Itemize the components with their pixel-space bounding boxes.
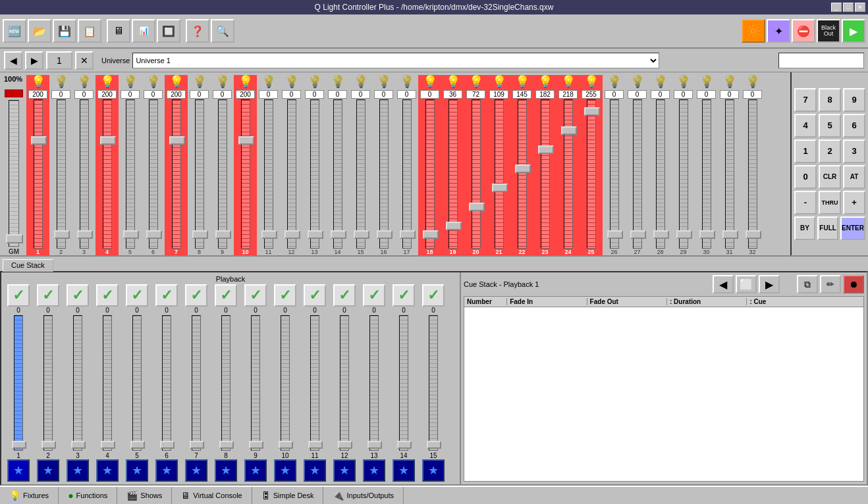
ch-fader-9[interactable] bbox=[215, 230, 231, 239]
num-8-btn[interactable]: 8 bbox=[819, 88, 841, 112]
pb-check-1[interactable]: ✓ bbox=[7, 284, 30, 307]
tab-inputs-outputs[interactable]: 🔌 Inputs/Outputs bbox=[323, 487, 404, 504]
pb-star-8[interactable]: ★ bbox=[215, 459, 237, 482]
by-btn[interactable]: BY bbox=[794, 216, 815, 240]
pb-star-7[interactable]: ★ bbox=[185, 459, 207, 482]
pb-check-3[interactable]: ✓ bbox=[67, 284, 89, 307]
cue-stop-btn[interactable]: ⬜ bbox=[736, 275, 757, 293]
num-3-btn[interactable]: 3 bbox=[843, 139, 865, 163]
ch-fader-32[interactable] bbox=[746, 230, 761, 239]
pb-check-15[interactable]: ✓ bbox=[422, 284, 445, 307]
cue-play-btn[interactable]: ▶ bbox=[759, 275, 780, 293]
gm-fader[interactable] bbox=[6, 234, 23, 243]
minimize-btn[interactable]: _ bbox=[831, 3, 842, 12]
search-input[interactable] bbox=[778, 53, 864, 68]
pb-fader-1[interactable] bbox=[12, 441, 26, 449]
clr-btn[interactable]: CLR bbox=[819, 165, 841, 189]
maximize-btn[interactable]: □ bbox=[843, 3, 854, 12]
pb-star-13[interactable]: ★ bbox=[363, 459, 385, 482]
ch-fader-24[interactable] bbox=[561, 126, 577, 135]
ch-fader-28[interactable] bbox=[653, 230, 669, 239]
forward-btn[interactable]: ▶ bbox=[25, 51, 43, 70]
ch-fader-3[interactable] bbox=[77, 230, 93, 239]
pb-star-4[interactable]: ★ bbox=[96, 459, 119, 482]
back-btn[interactable]: ◀ bbox=[4, 51, 22, 70]
full-btn[interactable]: FULL bbox=[817, 216, 838, 240]
ch-fader-18[interactable] bbox=[423, 230, 439, 239]
play-btn[interactable]: ▶ bbox=[842, 19, 865, 43]
pb-fader-11[interactable] bbox=[308, 441, 323, 449]
ch-fader-2[interactable] bbox=[54, 230, 70, 239]
ch-fader-11[interactable] bbox=[261, 230, 277, 239]
ch-fader-23[interactable] bbox=[538, 145, 554, 154]
function-manager-btn[interactable]: ✦ bbox=[767, 19, 790, 43]
pb-fader-7[interactable] bbox=[190, 441, 204, 449]
pb-fader-5[interactable] bbox=[130, 441, 145, 449]
pb-check-4[interactable]: ✓ bbox=[96, 284, 119, 307]
ch-fader-16[interactable] bbox=[377, 230, 393, 239]
pb-check-8[interactable]: ✓ bbox=[215, 284, 237, 307]
pb-star-9[interactable]: ★ bbox=[244, 459, 267, 482]
num-2-btn[interactable]: 2 bbox=[819, 139, 841, 163]
pb-fader-9[interactable] bbox=[249, 441, 263, 449]
pb-fader-10[interactable] bbox=[279, 441, 293, 449]
close-nav-btn[interactable]: ✕ bbox=[75, 51, 94, 70]
ch-fader-20[interactable] bbox=[469, 203, 485, 211]
tab-shows[interactable]: 🎬 Shows bbox=[117, 487, 172, 504]
pb-check-12[interactable]: ✓ bbox=[333, 284, 356, 307]
plugins-btn[interactable]: 🔍 bbox=[211, 19, 234, 43]
pb-fader-13[interactable] bbox=[367, 441, 382, 449]
cue-edit-btn[interactable]: ✏ bbox=[820, 275, 841, 293]
pb-check-5[interactable]: ✓ bbox=[126, 284, 148, 307]
ch-fader-26[interactable] bbox=[607, 230, 623, 239]
tab-fixtures[interactable]: 💡 Fixtures bbox=[0, 487, 59, 504]
pb-fader-8[interactable] bbox=[219, 441, 234, 449]
pb-check-6[interactable]: ✓ bbox=[155, 284, 178, 307]
ch-fader-12[interactable] bbox=[285, 230, 300, 239]
stop-btn[interactable]: ⛔ bbox=[792, 19, 815, 43]
help-btn[interactable]: ❓ bbox=[186, 19, 209, 43]
ch-fader-25[interactable] bbox=[584, 107, 600, 116]
ch-fader-17[interactable] bbox=[400, 230, 416, 239]
tab-simple-desk[interactable]: 🎛 Simple Desk bbox=[252, 487, 324, 504]
num-9-btn[interactable]: 9 bbox=[843, 88, 865, 112]
dmx-dump-btn[interactable]: 📊 bbox=[132, 19, 155, 43]
pb-star-6[interactable]: ★ bbox=[155, 459, 178, 482]
pb-fader-6[interactable] bbox=[160, 441, 175, 449]
cue-stack-tab[interactable]: Cue Stack bbox=[3, 259, 53, 272]
pb-check-9[interactable]: ✓ bbox=[244, 284, 267, 307]
pb-star-1[interactable]: ★ bbox=[7, 459, 30, 482]
ch-fader-7[interactable] bbox=[169, 136, 185, 145]
universe-select[interactable]: Universe 1 bbox=[132, 53, 659, 68]
ch-fader-8[interactable] bbox=[192, 230, 208, 239]
new-btn[interactable]: 🆕 bbox=[3, 19, 26, 43]
ch-fader-29[interactable] bbox=[676, 230, 692, 239]
ch-fader-31[interactable] bbox=[722, 230, 738, 239]
ch-fader-27[interactable] bbox=[630, 230, 646, 239]
pb-fader-4[interactable] bbox=[101, 441, 115, 449]
ch-fader-5[interactable] bbox=[123, 230, 139, 239]
save-btn[interactable]: 💾 bbox=[53, 19, 76, 43]
close-btn[interactable]: ✕ bbox=[855, 3, 865, 12]
pb-check-10[interactable]: ✓ bbox=[274, 284, 296, 307]
pb-star-15[interactable]: ★ bbox=[422, 459, 445, 482]
pb-star-11[interactable]: ★ bbox=[304, 459, 326, 482]
pb-check-14[interactable]: ✓ bbox=[393, 284, 415, 307]
num-4-btn[interactable]: 4 bbox=[794, 114, 817, 138]
plus-btn[interactable]: + bbox=[843, 191, 865, 214]
at-btn[interactable]: AT bbox=[843, 165, 865, 189]
blackout-btn[interactable]: BlackOut bbox=[817, 19, 840, 43]
monitor-btn[interactable]: 🖥 bbox=[107, 19, 130, 43]
pb-check-2[interactable]: ✓ bbox=[37, 284, 59, 307]
pb-fader-12[interactable] bbox=[338, 441, 352, 449]
ch-fader-10[interactable] bbox=[238, 136, 254, 145]
tab-virtual-console[interactable]: 🖥 Virtual Console bbox=[172, 487, 252, 504]
pb-star-5[interactable]: ★ bbox=[126, 459, 148, 482]
pb-check-11[interactable]: ✓ bbox=[304, 284, 326, 307]
num-0-btn[interactable]: 0 bbox=[794, 165, 817, 189]
cue-copy-btn[interactable]: ⧉ bbox=[797, 275, 818, 293]
ch-fader-14[interactable] bbox=[331, 230, 346, 239]
pb-check-13[interactable]: ✓ bbox=[363, 284, 385, 307]
enter-btn[interactable]: ENTER bbox=[840, 216, 865, 240]
cue-back-btn[interactable]: ◀ bbox=[713, 275, 734, 293]
